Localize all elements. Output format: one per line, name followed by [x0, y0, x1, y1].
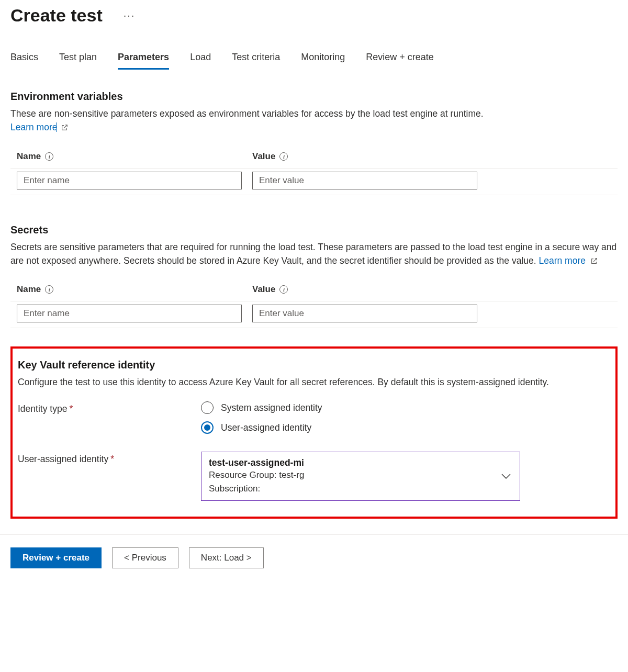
dropdown-resource-group: Resource Group: test-rg [209, 468, 499, 482]
external-link-icon [61, 124, 68, 131]
secrets-learn-more-link[interactable]: Learn more [539, 255, 597, 266]
radio-user-label: User-assigned identity [221, 422, 311, 433]
kv-heading: Key Vault reference identity [18, 359, 610, 371]
env-value-column-label: Value [252, 151, 275, 162]
footer-buttons: Review + create < Previous Next: Load > [10, 547, 618, 568]
secrets-value-input[interactable] [252, 305, 477, 322]
radio-icon [201, 401, 214, 414]
chevron-down-icon [501, 473, 511, 479]
radio-icon [201, 421, 214, 434]
secrets-name-input[interactable] [17, 305, 242, 322]
secrets-heading: Secrets [10, 224, 618, 236]
env-name-column-header: Name i [17, 151, 53, 162]
radio-user-assigned[interactable]: User-assigned identity [201, 421, 322, 434]
info-icon[interactable]: i [45, 285, 53, 294]
secrets-description: Secrets are sensitive parameters that ar… [10, 240, 618, 268]
secrets-name-column-header: Name i [17, 284, 53, 295]
radio-system-assigned[interactable]: System assigned identity [201, 401, 322, 414]
env-description: These are non-sensitive parameters expos… [10, 107, 618, 135]
tab-load[interactable]: Load [190, 52, 211, 70]
external-link-icon [590, 257, 598, 265]
info-icon[interactable]: i [279, 285, 288, 294]
env-heading: Environment variables [10, 91, 618, 103]
secrets-learn-more-text: Learn more [539, 255, 586, 266]
env-name-column-label: Name [17, 151, 41, 162]
env-learn-more-link[interactable]: Learn more [10, 122, 68, 132]
identity-type-radio-group: System assigned identity User-assigned i… [201, 401, 322, 434]
key-vault-identity-section: Key Vault reference identity Configure t… [10, 346, 618, 519]
previous-button[interactable]: < Previous [112, 547, 178, 568]
more-actions-icon[interactable]: ··· [124, 9, 136, 21]
secrets-value-column-header: Value i [252, 284, 288, 295]
tab-parameters[interactable]: Parameters [118, 52, 169, 70]
review-create-button[interactable]: Review + create [10, 547, 102, 568]
env-value-input[interactable] [252, 172, 477, 189]
tab-monitoring[interactable]: Monitoring [301, 52, 345, 70]
footer-divider [0, 534, 628, 535]
env-desc-text: These are non-sensitive parameters expos… [10, 108, 484, 119]
secrets-desc-text: Secrets are sensitive parameters that ar… [10, 242, 616, 266]
page-title: Create test [10, 5, 103, 26]
env-learn-more-text: Learn more [10, 122, 58, 132]
dropdown-selected-title: test-user-assigned-mi [209, 457, 499, 468]
tab-basics[interactable]: Basics [10, 52, 38, 70]
info-icon[interactable]: i [45, 152, 53, 161]
secrets-name-column-label: Name [17, 284, 41, 295]
identity-type-label: Identity type* [18, 401, 201, 415]
radio-system-label: System assigned identity [221, 402, 322, 413]
secrets-section: Secrets Secrets are sensitive parameters… [10, 224, 618, 329]
env-value-column-header: Value i [252, 151, 288, 162]
env-name-input[interactable] [17, 172, 242, 189]
user-assigned-identity-label: User-assigned identity* [18, 452, 201, 465]
secrets-value-column-label: Value [252, 284, 275, 295]
tab-review-create[interactable]: Review + create [366, 52, 434, 70]
environment-variables-section: Environment variables These are non-sens… [10, 91, 618, 195]
user-assigned-identity-dropdown[interactable]: test-user-assigned-mi Resource Group: te… [201, 452, 520, 501]
next-button[interactable]: Next: Load > [189, 547, 264, 568]
tab-test-plan[interactable]: Test plan [59, 52, 97, 70]
info-icon[interactable]: i [279, 152, 288, 161]
dropdown-subscription: Subscription: [209, 482, 499, 496]
kv-description: Configure the test to use this identity … [18, 375, 610, 389]
tab-test-criteria[interactable]: Test criteria [232, 52, 280, 70]
tab-strip: Basics Test plan Parameters Load Test cr… [10, 52, 618, 70]
